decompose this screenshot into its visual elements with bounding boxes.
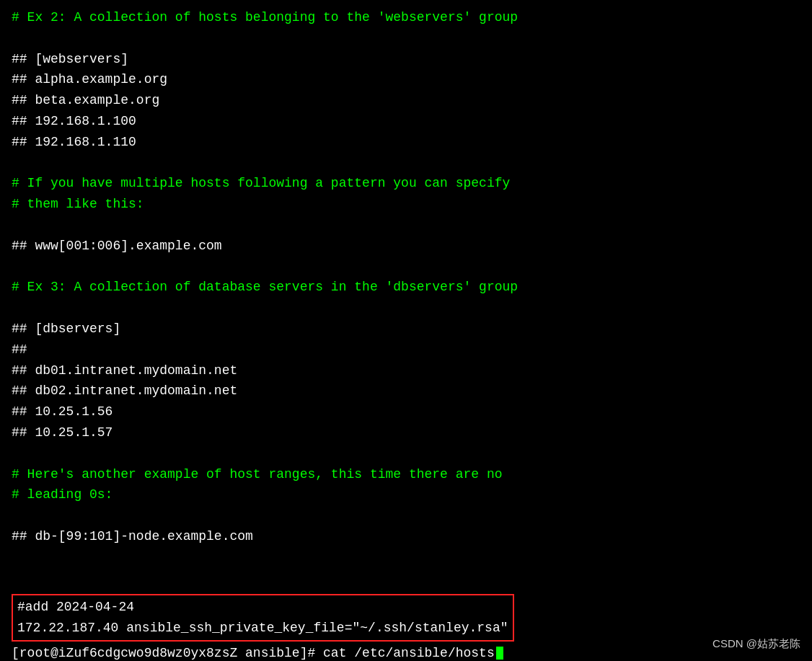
empty-line-3 [12, 215, 800, 236]
line-24: # leading 0s: [12, 484, 800, 505]
watermark: CSDN @姑苏老陈 [712, 635, 800, 652]
prompt-line: [root@iZuf6cdgcwo9d8wz0yx8zsZ ansible]# … [12, 643, 800, 661]
line-20: ## 10.25.1.56 [12, 402, 800, 422]
empty-line-1 [12, 28, 800, 49]
line-16: ## [dbservers] [12, 319, 800, 340]
line-5: ## beta.example.org [12, 90, 800, 111]
line-4: ## alpha.example.org [12, 69, 800, 90]
cursor [496, 647, 503, 660]
line-21: ## 10.25.1.57 [12, 422, 800, 443]
highlighted-block: #add 2024-04-24 172.22.187.40 ansible_ss… [12, 594, 514, 642]
highlighted-line-1: #add 2024-04-24 [17, 597, 508, 618]
line-9: # If you have multiple hosts following a… [12, 173, 800, 194]
line-1: # Ex 2: A collection of hosts belonging … [12, 7, 800, 28]
highlighted-line-2: 172.22.187.40 ansible_ssh_private_key_fi… [17, 618, 508, 639]
line-12: ## www[001:006].example.com [12, 236, 800, 257]
line-7: ## 192.168.1.110 [12, 132, 800, 153]
prompt-text: [root@iZuf6cdgcwo9d8wz0yx8zsZ ansible]# … [12, 643, 495, 661]
empty-line-7 [12, 505, 800, 526]
empty-line-4 [12, 257, 800, 278]
empty-line-9 [12, 568, 800, 589]
line-14: # Ex 3: A collection of database servers… [12, 277, 800, 298]
empty-line-8 [12, 547, 800, 568]
line-3: ## [webservers] [12, 49, 800, 70]
empty-line-2 [12, 153, 800, 174]
line-19: ## db02.intranet.mydomain.net [12, 381, 800, 402]
line-10: # them like this: [12, 194, 800, 215]
empty-line-6 [12, 443, 800, 464]
line-26: ## db-[99:101]-node.example.com [12, 526, 800, 547]
line-6: ## 192.168.1.100 [12, 111, 800, 132]
line-18: ## db01.intranet.mydomain.net [12, 360, 800, 381]
terminal: # Ex 2: A collection of hosts belonging … [0, 0, 812, 661]
empty-line-5 [12, 298, 800, 319]
line-17: ## [12, 340, 800, 360]
line-23: # Here's another example of host ranges,… [12, 464, 800, 485]
